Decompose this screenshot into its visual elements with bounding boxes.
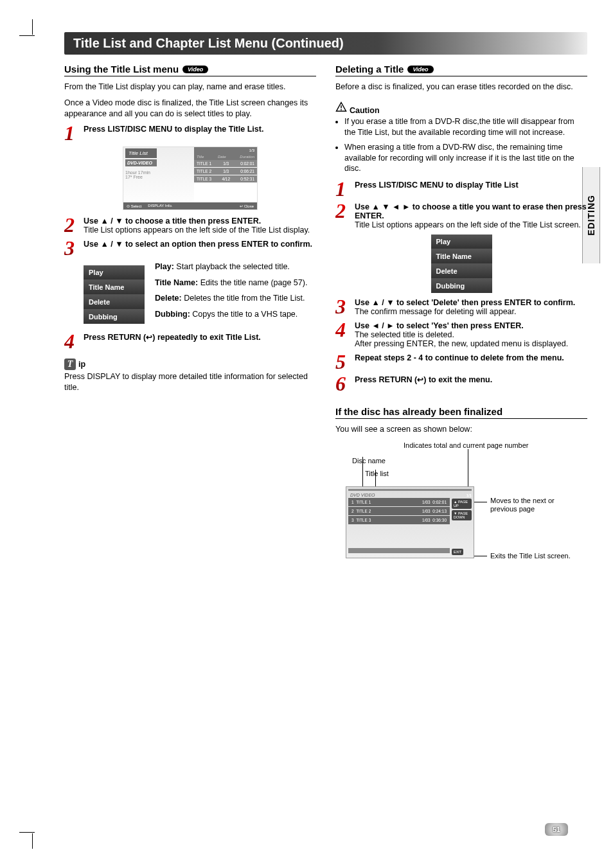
fs-page: 1/1 <box>466 493 472 497</box>
ss-subheader: DVD-VIDEO <box>125 159 157 166</box>
desc-delete-label: Delete: <box>155 294 182 303</box>
subheader-text: Deleting a Title <box>335 64 404 75</box>
menu-title-name: Title Name <box>431 249 492 264</box>
step-4-text-a: Press RETURN ( <box>84 333 146 342</box>
r-step-4-body2: After pressing ENTER, the new, updated m… <box>355 339 568 348</box>
r-step-6: 6 Press RETURN (↩) to exit the menu. <box>335 375 587 392</box>
options-menu-right: Play Title Name Delete Dubbing <box>431 235 492 293</box>
subheader-text: Using the Title List menu <box>64 64 179 75</box>
step-number-3: 3 <box>64 240 80 256</box>
step-number-1: 1 <box>335 181 351 197</box>
r-step-4: 4 Use ◄ / ► to select 'Yes' then press E… <box>335 321 587 348</box>
r-step-6-text-b: ) to exit the menu. <box>423 375 492 384</box>
intro-para-1: From the Title List display you can play… <box>64 82 316 93</box>
page-down-button: ▼ PAGE DOWN <box>452 510 472 520</box>
tip-body: Press DISPLAY to display more detailed t… <box>64 371 316 393</box>
r-step-3-body: The confirm message for deleting will ap… <box>355 307 517 316</box>
r-step-4-bold: Use ◄ / ► to select 'Yes' then press ENT… <box>355 321 524 330</box>
r-step-4-body1: The selected title is deleted. <box>355 330 454 339</box>
desc-titlename-label: Title Name: <box>155 278 198 287</box>
page-up-button: ▲ PAGE UP <box>452 499 472 509</box>
step-2: 2 Use ▲ / ▼ to choose a title then press… <box>64 217 316 235</box>
step-number-3: 3 <box>335 298 351 316</box>
r-step-2: 2 Use ▲ ▼ ◄ ► to choose a title you want… <box>335 202 587 229</box>
r-step-2-bold: Use ▲ ▼ ◄ ► to choose a title you want t… <box>355 202 587 220</box>
step-4-text-b: ) repeatedly to exit Title List. <box>152 333 261 342</box>
step-3-text: Use ▲ / ▼ to select an option then press… <box>84 240 312 249</box>
caution-row: Caution <box>335 102 587 115</box>
caution-item: When erasing a title from a DVD-RW disc,… <box>344 142 587 175</box>
ss-col-title: Title <box>197 155 204 159</box>
ss-page: 1/3 <box>194 147 257 154</box>
ss-footer-info: DISPLAY Info. <box>148 204 172 208</box>
warning-icon <box>335 102 347 113</box>
tip-icon: T <box>64 359 76 370</box>
step-1-text: Press LIST/DISC MENU to display the Titl… <box>84 125 263 134</box>
menu-play: Play <box>431 235 492 249</box>
ss-row: TITLE 21/30:06:21 <box>194 168 257 175</box>
r-step-1: 1 Press LIST/DISC MENU to display Title … <box>335 181 587 197</box>
options-menu: Play Title Name Delete Dubbing <box>84 265 145 324</box>
step-number-4: 4 <box>335 321 351 348</box>
callout-exit: Exits the Title List screen. <box>490 552 587 560</box>
right-column: Deleting a Title Video Before a disc is … <box>335 64 587 565</box>
desc-play-text: Start playback the selected title. <box>174 262 290 271</box>
ss-row: TITLE 34/120:52:31 <box>194 175 257 182</box>
caution-label: Caution <box>350 106 380 115</box>
ss-footer: ⊙ Select DISPLAY Info. ↩ Close <box>123 202 257 209</box>
r-step-3-bold: Use ▲ / ▼ to select 'Delete' then press … <box>355 298 575 307</box>
ss-col-headers: Title Date Duration <box>194 154 257 160</box>
subheader-using-title-list: Using the Title List menu Video <box>64 64 316 76</box>
title-list-screenshot: Title List DVD-VIDEO 1hour 17min 17* Fre… <box>123 146 258 210</box>
ss-col-duration: Duration <box>240 155 254 159</box>
svg-point-1 <box>341 109 342 111</box>
section-title: Title List and Chapter List Menu (Contin… <box>64 32 587 55</box>
r-step-1-text: Press LIST/DISC MENU to display Title Li… <box>355 181 519 190</box>
menu-play: Play <box>84 265 145 280</box>
desc-play-label: Play: <box>155 262 174 271</box>
ss-row: TITLE 11/30:02:01 <box>194 160 257 167</box>
step-3: 3 Use ▲ / ▼ to select an option then pre… <box>64 240 316 256</box>
fs-row: 2 TITLE 21/03 0:24:13 <box>348 507 450 515</box>
return-icon: ↩ <box>417 375 423 384</box>
fs-dvd-label: DVD VIDEO <box>348 492 377 498</box>
r-step-6-text-a: Press RETURN ( <box>355 375 417 384</box>
subheader-deleting-title: Deleting a Title Video <box>335 64 587 76</box>
page-number: 51 <box>545 823 568 836</box>
desc-dubbing-text: Copys the title to a VHS tape. <box>190 310 298 319</box>
left-column: Using the Title List menu Video From the… <box>64 64 316 565</box>
callout-move: Moves to the next or previous page <box>490 497 574 513</box>
deleting-intro: Before a disc is finalized, you can eras… <box>335 82 587 93</box>
step-2-body: Title List options appears on the left s… <box>84 226 310 235</box>
finalized-figure: Indicates total and current page number … <box>335 441 587 558</box>
video-badge: Video <box>407 66 433 73</box>
callout-title-list: Title list <box>365 470 389 478</box>
step-number-2: 2 <box>335 202 351 229</box>
menu-descriptions: Play: Start playback the selected title.… <box>155 261 307 326</box>
r-step-5: 5 Repeat steps 2 - 4 to continue to dele… <box>335 353 587 370</box>
finalized-intro: You will see a screen as shown below: <box>335 424 587 435</box>
step-number-1: 1 <box>64 125 80 141</box>
step-1: 1 Press LIST/DISC MENU to display the Ti… <box>64 125 316 141</box>
ss-free-label: 1hour 17min 17* Free <box>125 170 157 179</box>
step-number-5: 5 <box>335 353 351 370</box>
ss-footer-close: ↩ Close <box>240 204 254 208</box>
fs-row: 3 TITLE 31/03 0:36:30 <box>348 516 450 524</box>
menu-delete: Delete <box>431 264 492 279</box>
callout-disc-name: Disc name <box>352 457 386 465</box>
step-number-6: 6 <box>335 375 351 392</box>
menu-dubbing: Dubbing <box>431 279 492 293</box>
step-2-bold: Use ▲ / ▼ to choose a title then press E… <box>84 217 261 226</box>
r-step-3: 3 Use ▲ / ▼ to select 'Delete' then pres… <box>335 298 587 316</box>
r-step-2-body: Title List options appears on the left s… <box>355 220 581 229</box>
menu-delete: Delete <box>84 295 145 310</box>
caution-list: If you erase a title from a DVD-R disc,t… <box>335 116 587 174</box>
fs-row: 1 TITLE 11/03 0:02:01 <box>348 498 450 506</box>
tip-row: T ip <box>64 359 316 370</box>
ss-footer-select: ⊙ Select <box>127 204 141 208</box>
finalized-screenshot: DVD VIDEO 1/1 1 TITLE 11/03 0:02:01 2 TI… <box>346 486 474 558</box>
intro-para-2: Once a Video mode disc is finalized, the… <box>64 98 316 120</box>
exit-button: EXIT <box>452 549 463 555</box>
ss-header: Title List <box>125 148 157 158</box>
return-icon: ↩ <box>146 333 152 342</box>
